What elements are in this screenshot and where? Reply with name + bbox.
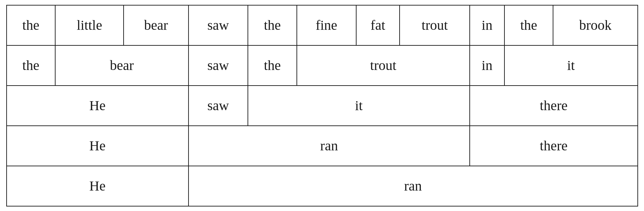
- table-container: the little bear saw the fine fat trout i…: [0, 0, 644, 211]
- cell-r1c5: the: [248, 5, 297, 45]
- cell-r2c7: it: [504, 45, 638, 86]
- cell-r1c8: trout: [400, 5, 470, 45]
- cell-r1c4: saw: [189, 5, 248, 45]
- table-row: the bear saw the trout in it: [7, 45, 638, 86]
- cell-r3c1: He: [7, 86, 189, 126]
- word-table: the little bear saw the fine fat trout i…: [6, 5, 638, 206]
- table-row: the little bear saw the fine fat trout i…: [7, 5, 638, 45]
- cell-r3c3: it: [248, 86, 470, 126]
- cell-r5c2: ran: [189, 166, 638, 206]
- cell-r4c3: there: [470, 126, 637, 166]
- table-row: He ran: [7, 166, 638, 206]
- cell-r2c1: the: [7, 45, 56, 86]
- table-row: He saw it there: [7, 86, 638, 126]
- cell-r1c11: brook: [553, 5, 637, 45]
- table-row: He ran there: [7, 126, 638, 166]
- cell-r1c2: little: [55, 5, 124, 45]
- cell-r1c9: in: [470, 5, 504, 45]
- cell-r2c3: saw: [189, 45, 248, 86]
- cell-r3c2: saw: [189, 86, 248, 126]
- cell-r1c10: the: [504, 5, 553, 45]
- cell-r1c6: fine: [297, 5, 356, 45]
- cell-r5c1: He: [7, 166, 189, 206]
- cell-r1c3: bear: [124, 5, 189, 45]
- cell-r3c4: there: [470, 86, 637, 126]
- cell-r2c4: the: [248, 45, 297, 86]
- cell-r2c5: trout: [297, 45, 470, 86]
- cell-r4c1: He: [7, 126, 189, 166]
- cell-r2c6: in: [470, 45, 504, 86]
- cell-r1c7: fat: [356, 5, 400, 45]
- cell-r2c2: bear: [55, 45, 189, 86]
- cell-r1c1: the: [7, 5, 56, 45]
- cell-r4c2: ran: [189, 126, 470, 166]
